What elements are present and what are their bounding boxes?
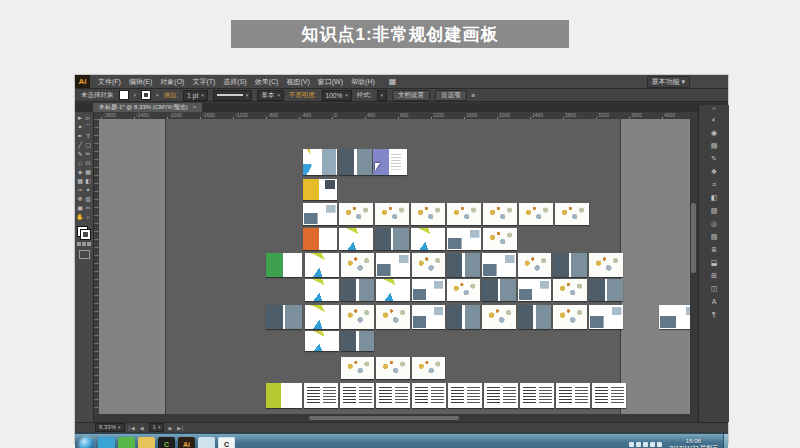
color-panel-icon[interactable]: ◐ [708,115,720,125]
artboard-thumbnail[interactable] [411,203,445,225]
menu-item[interactable]: 效果(C) [251,75,283,88]
stroke-panel-icon[interactable]: ≡ [708,180,720,190]
illustrator-icon[interactable]: Ai [178,437,195,448]
app-c-light-icon[interactable]: C [218,437,235,448]
artboard-thumbnail[interactable] [447,279,480,301]
artboard-thumbnail[interactable] [447,253,480,277]
vertical-scrollbar[interactable] [690,119,697,414]
explorer-folder-icon[interactable] [138,437,155,448]
artboard-thumbnail[interactable] [483,203,517,225]
width-tool-icon[interactable]: ◇ [76,159,84,168]
messenger-icon[interactable] [198,437,215,448]
artboard-thumbnail[interactable] [339,228,373,250]
zoom-level-select[interactable]: 8.33%▾ [95,423,125,432]
previous-artboard-button[interactable]: ◀ [140,425,145,431]
blend-tool-icon[interactable]: ✦ [84,186,92,195]
direct-selection-tool-icon[interactable]: ▻ [84,114,92,123]
workspace-switcher[interactable]: 基本功能 ▾ [647,76,690,88]
last-artboard-button[interactable]: ▶| [177,425,184,431]
stroke-weight-select[interactable]: 1 pt▾ [183,90,207,101]
menu-item[interactable]: 窗口(W) [314,75,347,88]
selection-tool-icon[interactable]: ► [76,114,84,123]
artboard-thumbnail[interactable] [305,331,339,351]
gradient-panel-icon[interactable]: ◧ [708,193,720,203]
type-tool-icon[interactable]: T [84,132,92,141]
artboard-thumbnail[interactable] [483,228,517,250]
fill-color-swatch[interactable] [119,90,129,100]
taskbar-clock[interactable]: 16:06 2017/11/22 星期三 [669,438,718,448]
artboard-thumbnail[interactable] [589,279,623,301]
menu-item[interactable]: 选择(S) [219,75,250,88]
artboard-thumbnail[interactable] [447,203,481,225]
artboard-thumbnail[interactable] [448,383,482,408]
artboard-thumbnail[interactable] [482,253,516,277]
horizontal-scrollbar-thumb[interactable] [309,416,459,420]
document-setup-button[interactable]: 文档设置 [392,90,430,101]
stroke-color-swatch[interactable] [141,90,151,100]
artboard-thumbnail[interactable] [341,357,374,379]
artboard-thumbnail[interactable] [412,383,446,408]
swatches-panel-icon[interactable]: ▤ [708,141,720,151]
app-green-icon[interactable] [118,437,135,448]
free-transform-tool-icon[interactable]: ⊡ [84,159,92,168]
rectangle-tool-icon[interactable]: ▢ [84,141,92,150]
artboard-thumbnail[interactable] [412,305,445,329]
line-segment-tool-icon[interactable]: ╱ [76,141,84,150]
artboard-thumbnail[interactable] [589,305,623,329]
menu-item[interactable]: 编辑(E) [125,75,156,88]
artboard-thumbnail[interactable] [518,305,551,329]
artboard-thumbnail[interactable] [305,253,339,277]
horizontal-scrollbar[interactable] [99,415,690,421]
transform-panel-icon[interactable]: ◫ [708,284,720,294]
pencil-tool-icon[interactable]: ✏ [84,150,92,159]
artboard-thumbnail[interactable] [411,228,445,250]
artboard-thumbnail[interactable] [376,383,410,408]
symbols-panel-icon[interactable]: ❖ [708,167,720,177]
gradient-tool-icon[interactable]: ◧ [84,177,92,186]
appearance-panel-icon[interactable]: ◎ [708,219,720,229]
artboard-thumbnail[interactable] [659,305,690,329]
artboard-thumbnail[interactable] [518,253,551,277]
first-artboard-button[interactable]: |◀ [129,425,136,431]
artboard-thumbnail[interactable] [341,305,374,329]
arrange-documents-icon[interactable]: ▦ [389,77,397,86]
color-guide-panel-icon[interactable]: ◉ [708,128,720,138]
app-c-dark-icon[interactable]: C [158,437,175,448]
symbol-sprayer-tool-icon[interactable]: ✥ [76,195,84,204]
start-button[interactable] [79,437,94,448]
perspective-grid-tool-icon[interactable]: ▦ [84,168,92,177]
artboard-thumbnail[interactable] [339,203,373,225]
draw-mode-buttons[interactable] [75,242,93,246]
lasso-tool-icon[interactable]: ⌒ [84,123,92,132]
artboard-thumbnail[interactable] [341,331,374,351]
menu-item[interactable]: 文字(T) [188,75,219,88]
fill-stroke-control[interactable] [77,226,91,240]
width-profile-select[interactable]: ▾ [213,90,253,101]
artboard-thumbnail[interactable] [484,383,518,408]
artboard-thumbnail[interactable] [303,179,337,200]
screen-mode-button[interactable] [79,250,90,259]
artboard-thumbnail[interactable] [266,253,302,277]
style-select[interactable]: ▾ [377,90,388,101]
preferences-button[interactable]: 首选项 [435,90,467,101]
brushes-panel-icon[interactable]: ✎ [708,154,720,164]
opacity-select[interactable]: 100%▾ [322,90,352,101]
hand-tool-icon[interactable]: ✋ [76,213,84,222]
artboard-thumbnail[interactable] [518,279,551,301]
artboard-thumbnail[interactable] [447,305,480,329]
shape-builder-tool-icon[interactable]: ◈ [76,168,84,177]
opacity-link[interactable]: 不透明度: [289,91,317,100]
tray-icon[interactable] [657,442,662,447]
artboard-thumbnail[interactable] [304,383,338,408]
artboard-number-select[interactable]: 1▾ [149,423,165,432]
graph-tool-icon[interactable]: ▥ [84,195,92,204]
artboard-thumbnail[interactable] [553,279,587,301]
artboard-thumbnail[interactable] [376,357,410,379]
artboard-thumbnail[interactable] [341,279,374,301]
artboard-thumbnail[interactable] [553,305,587,329]
artboard-thumbnail[interactable] [303,149,337,175]
artboard-thumbnail[interactable] [340,383,374,408]
menu-item[interactable]: 视图(V) [282,75,313,88]
vertical-scrollbar-thumb[interactable] [691,203,696,273]
artboard-thumbnail[interactable] [447,228,481,250]
